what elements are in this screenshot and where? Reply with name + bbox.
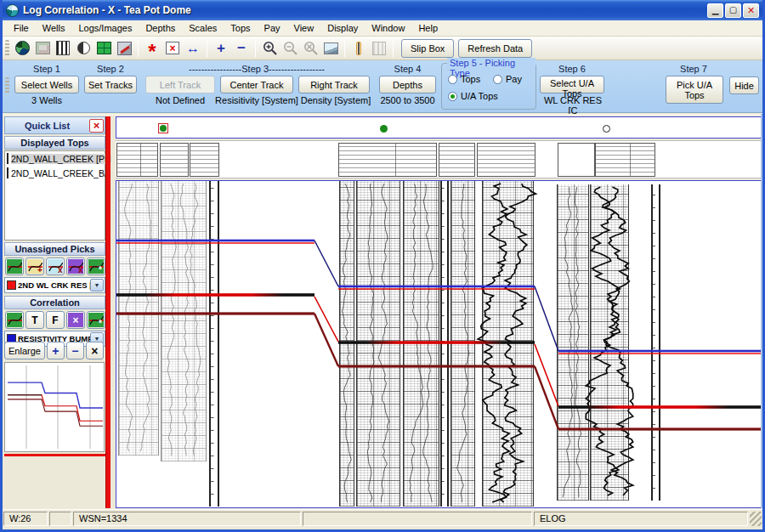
- log-track[interactable]: [482, 181, 534, 507]
- log-tracks-icon[interactable]: [54, 39, 72, 58]
- step3-center-value: Resisitivity [System]: [215, 95, 298, 105]
- svg-text:x: x: [78, 265, 83, 274]
- displayed-top-item[interactable]: 2ND_WALL_CREEK [PH: [5, 151, 105, 166]
- zoom-reset-icon[interactable]: [301, 39, 320, 58]
- pick-move-icon[interactable]: x: [46, 258, 65, 275]
- pick-add-star-icon[interactable]: +: [26, 258, 44, 275]
- log-track[interactable]: [161, 181, 207, 461]
- well-symbol-green-dot[interactable]: [380, 123, 388, 133]
- radio-tops[interactable]: Tops: [448, 74, 480, 84]
- radio-tops-dot[interactable]: [448, 75, 457, 84]
- corr-star-icon[interactable]: *: [87, 311, 105, 329]
- status-message: [303, 512, 532, 526]
- menu-tops[interactable]: Tops: [224, 21, 256, 35]
- content-divider: [3, 114, 762, 116]
- unassigned-picks-header: Unassigned Picks: [4, 242, 105, 256]
- radio-pay-dot[interactable]: [493, 75, 502, 84]
- log-header-image: [116, 143, 158, 177]
- radio-pay-label: Pay: [506, 74, 522, 84]
- hide-button[interactable]: Hide: [729, 76, 759, 94]
- preview-plus-button[interactable]: +: [47, 342, 65, 359]
- log-track-area[interactable]: [116, 180, 762, 508]
- delete-picks-icon[interactable]: *: [143, 39, 162, 58]
- menu-scales[interactable]: Scales: [183, 21, 223, 35]
- top-color-swatch: [7, 153, 8, 164]
- menu-wells[interactable]: Wells: [37, 21, 71, 35]
- pick-ua-tops-button[interactable]: Pick U/A Tops: [666, 76, 723, 104]
- well-symbol-open-circle[interactable]: [603, 123, 610, 133]
- increase-icon[interactable]: +: [212, 39, 230, 58]
- zoom-out-icon[interactable]: [280, 39, 299, 58]
- log-track[interactable]: [557, 184, 589, 501]
- delete-box-icon[interactable]: ×: [163, 39, 182, 58]
- decrease-icon[interactable]: −: [232, 39, 251, 58]
- depths-button[interactable]: Depths: [379, 76, 436, 93]
- log-track[interactable]: [590, 184, 629, 501]
- image-icon[interactable]: [321, 39, 340, 58]
- close-button[interactable]: ✕: [743, 3, 759, 18]
- enlarge-button[interactable]: Enlarge: [4, 342, 45, 359]
- unassigned-combo-arrow-icon[interactable]: ▼: [90, 279, 104, 291]
- menu-view[interactable]: View: [288, 21, 320, 35]
- menu-depths[interactable]: Depths: [139, 21, 181, 35]
- step3-left-value: Not Defined: [145, 95, 215, 105]
- track-tools-icon[interactable]: [115, 39, 133, 58]
- pick-add-icon[interactable]: [5, 258, 24, 275]
- zoom-in-icon[interactable]: [260, 39, 279, 58]
- maximize-button[interactable]: ▢: [725, 3, 741, 18]
- fit-width-icon[interactable]: ↔: [184, 39, 202, 58]
- preview-close-button[interactable]: ×: [86, 342, 104, 359]
- radio-ua-tops-dot[interactable]: [448, 92, 457, 101]
- unassigned-pick-value: 2ND WL CRK RES [C: [18, 280, 90, 290]
- menu-pay[interactable]: Pay: [258, 21, 286, 35]
- slip-box-button[interactable]: Slip Box: [401, 39, 454, 58]
- correlation-preview-chart[interactable]: [4, 362, 105, 452]
- menu-help[interactable]: Help: [412, 21, 444, 35]
- top-label: 2ND_WALL_CREEK [PH: [11, 154, 110, 164]
- select-ua-tops-button[interactable]: Select U/A Tops: [540, 76, 604, 93]
- steps-grip[interactable]: [5, 77, 9, 94]
- unassigned-picks-combo[interactable]: 2ND WL CRK RES [C ▼: [4, 277, 105, 293]
- log-track[interactable]: [450, 181, 475, 507]
- half-template-icon[interactable]: [74, 39, 93, 58]
- step3-label: -----------------Step 3-----------------…: [143, 64, 371, 74]
- log-header-image: [338, 143, 437, 177]
- displayed-top-item[interactable]: 2ND_WALL_CREEK_BA: [5, 166, 105, 180]
- menu-logs-images[interactable]: Logs/Images: [72, 21, 138, 35]
- map-view-icon[interactable]: [33, 39, 52, 58]
- toolbar-grip[interactable]: [5, 40, 9, 57]
- log-track[interactable]: [339, 181, 354, 507]
- radio-pay[interactable]: Pay: [493, 74, 522, 84]
- set-tracks-grid-icon[interactable]: [94, 39, 113, 58]
- quick-list-close-icon[interactable]: ×: [89, 119, 104, 133]
- well-symbol-selected-green-dot[interactable]: [158, 123, 168, 133]
- wells-globe-icon[interactable]: [13, 39, 31, 58]
- menu-display[interactable]: Display: [321, 21, 364, 35]
- preview-minus-button[interactable]: −: [66, 342, 84, 359]
- corr-f-button[interactable]: F: [46, 311, 65, 329]
- color-tracks-toggle-icon[interactable]: [349, 39, 368, 58]
- minimize-button[interactable]: ▁: [707, 3, 723, 18]
- menu-window[interactable]: Window: [366, 21, 411, 35]
- step3-right-value: Density [System]: [298, 95, 373, 105]
- center-track-button[interactable]: Center Track: [220, 76, 293, 93]
- corr-t-button[interactable]: T: [26, 311, 44, 329]
- set-tracks-button[interactable]: Set Tracks: [84, 76, 137, 93]
- log-track[interactable]: [403, 181, 439, 507]
- log-track[interactable]: [356, 181, 400, 507]
- left-track-button[interactable]: Left Track: [145, 76, 215, 93]
- menu-file[interactable]: File: [8, 21, 35, 35]
- pick-delete-icon[interactable]: x: [66, 258, 85, 275]
- refresh-data-button[interactable]: Refresh Data: [458, 39, 532, 58]
- radio-ua-tops[interactable]: U/A Tops: [448, 91, 498, 101]
- log-track[interactable]: [118, 181, 159, 456]
- select-wells-button[interactable]: Select Wells: [14, 76, 79, 93]
- corr-delete-icon[interactable]: ×: [66, 311, 85, 329]
- resize-grip[interactable]: [750, 512, 762, 526]
- corr-curve-icon[interactable]: [5, 311, 24, 329]
- right-track-button[interactable]: Right Track: [298, 76, 370, 93]
- red-splitter[interactable]: [105, 116, 110, 508]
- depth-strip: [209, 181, 219, 507]
- gray-tracks-toggle-icon[interactable]: [370, 39, 388, 58]
- pick-assign-icon[interactable]: *: [87, 258, 105, 275]
